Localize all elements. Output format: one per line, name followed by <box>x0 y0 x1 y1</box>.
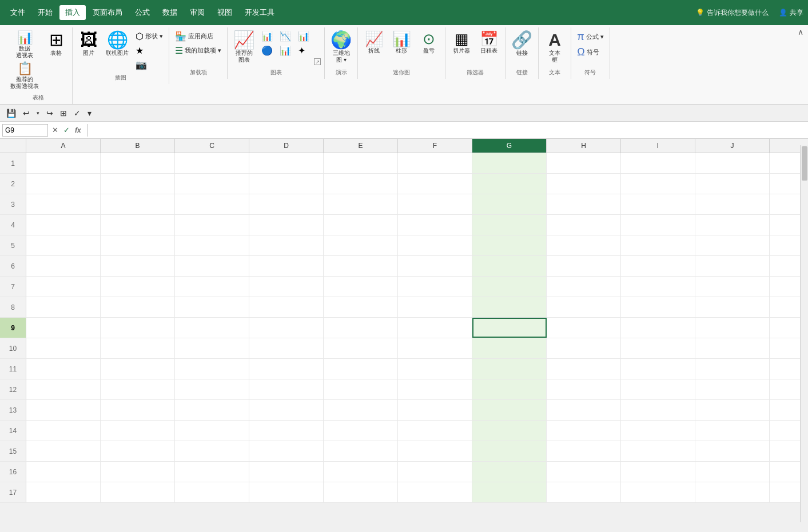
store-button[interactable]: 🏪 应用商店 <box>173 30 224 43</box>
cell-I1[interactable] <box>621 153 695 173</box>
cell-B11[interactable] <box>101 359 175 379</box>
cell-D9[interactable] <box>249 318 324 338</box>
row-header-2[interactable]: 2 <box>0 174 26 194</box>
cell-E17[interactable] <box>324 482 398 502</box>
charts-expand-button[interactable]: ↗ <box>314 58 321 65</box>
cell-D8[interactable] <box>249 297 324 317</box>
cell-I13[interactable] <box>621 400 695 420</box>
cell-C2[interactable] <box>175 174 249 194</box>
cell-E10[interactable] <box>324 338 398 358</box>
scrollbar-thumb[interactable] <box>802 146 807 181</box>
cell-F2[interactable] <box>398 174 472 194</box>
row-header-15[interactable]: 15 <box>0 441 26 461</box>
cell-H13[interactable] <box>547 400 621 420</box>
cell-I7[interactable] <box>621 277 695 297</box>
cell-J9[interactable] <box>695 318 770 338</box>
cell-F16[interactable] <box>398 462 472 482</box>
cell-A2[interactable] <box>26 174 101 194</box>
col-header-d[interactable]: D <box>249 139 324 153</box>
cell-C5[interactable] <box>175 235 249 255</box>
undo-button[interactable]: ↩ <box>21 107 31 119</box>
bar-chart-button[interactable]: 📊 <box>296 30 312 43</box>
cell-A10[interactable] <box>26 338 101 358</box>
cell-C7[interactable] <box>175 277 249 297</box>
cell-B2[interactable] <box>101 174 175 194</box>
cell-H7[interactable] <box>547 277 621 297</box>
cell-C9[interactable] <box>175 318 249 338</box>
cell-D6[interactable] <box>249 256 324 276</box>
formula-input[interactable] <box>93 124 806 137</box>
cell-H14[interactable] <box>547 421 621 441</box>
checkmark-btn[interactable]: ✓ <box>72 107 82 119</box>
undo-dropdown[interactable]: ▾ <box>35 109 41 117</box>
row-header-4[interactable]: 4 <box>0 215 26 235</box>
cell-A9[interactable] <box>26 318 101 338</box>
cell-E5[interactable] <box>324 235 398 255</box>
row-header-14[interactable]: 14 <box>0 421 26 441</box>
cell-I11[interactable] <box>621 359 695 379</box>
cell-G9[interactable] <box>472 318 547 338</box>
cell-C8[interactable] <box>175 297 249 317</box>
row-header-9[interactable]: 9 <box>0 318 26 338</box>
cell-E1[interactable] <box>324 153 398 173</box>
cell-F10[interactable] <box>398 338 472 358</box>
cell-C17[interactable] <box>175 482 249 502</box>
cell-J16[interactable] <box>695 462 770 482</box>
col-header-h[interactable]: H <box>547 139 621 153</box>
cell-E8[interactable] <box>324 297 398 317</box>
cell-F4[interactable] <box>398 215 472 235</box>
cell-D10[interactable] <box>249 338 324 358</box>
cell-J15[interactable] <box>695 441 770 461</box>
cell-B16[interactable] <box>101 462 175 482</box>
cell-G14[interactable] <box>472 421 547 441</box>
slicer-button[interactable]: ▦ 切片器 <box>449 30 474 56</box>
line-sparkline-button[interactable]: 📈 折线 <box>361 30 387 56</box>
cell-G11[interactable] <box>472 359 547 379</box>
cell-D1[interactable] <box>249 153 324 173</box>
cell-G16[interactable] <box>472 462 547 482</box>
cell-H2[interactable] <box>547 174 621 194</box>
cell-F11[interactable] <box>398 359 472 379</box>
cell-H11[interactable] <box>547 359 621 379</box>
cell-A11[interactable] <box>26 359 101 379</box>
cell-E3[interactable] <box>324 194 398 214</box>
share-button[interactable]: 👤 共享 <box>779 8 803 18</box>
cell-F8[interactable] <box>398 297 472 317</box>
cell-F17[interactable] <box>398 482 472 502</box>
redo-button[interactable]: ↪ <box>45 107 55 119</box>
cell-A16[interactable] <box>26 462 101 482</box>
cell-A4[interactable] <box>26 215 101 235</box>
cell-I6[interactable] <box>621 256 695 276</box>
cell-J8[interactable] <box>695 297 770 317</box>
recommended-charts-button[interactable]: 📈 推荐的图表 <box>231 30 257 65</box>
table-button[interactable]: ⊞ 表格 <box>43 30 69 58</box>
menu-data[interactable]: 数据 <box>157 5 183 20</box>
cell-F15[interactable] <box>398 441 472 461</box>
cell-A12[interactable] <box>26 379 101 399</box>
cell-I10[interactable] <box>621 338 695 358</box>
col-header-a[interactable]: A <box>26 139 101 153</box>
cell-D12[interactable] <box>249 379 324 399</box>
line-chart-button[interactable]: 📉 <box>277 30 293 43</box>
row-header-8[interactable]: 8 <box>0 297 26 317</box>
col-header-i[interactable]: I <box>621 139 695 153</box>
cell-J11[interactable] <box>695 359 770 379</box>
cell-G2[interactable] <box>472 174 547 194</box>
cell-G10[interactable] <box>472 338 547 358</box>
cell-J12[interactable] <box>695 379 770 399</box>
cell-B1[interactable] <box>101 153 175 173</box>
confirm-formula-button[interactable]: ✓ <box>62 125 71 135</box>
cell-H1[interactable] <box>547 153 621 173</box>
equation-button[interactable]: π 公式 ▾ <box>575 30 606 44</box>
timeline-button[interactable]: 📅 日程表 <box>476 30 501 56</box>
cell-G4[interactable] <box>472 215 547 235</box>
cell-J5[interactable] <box>695 235 770 255</box>
online-pictures-button[interactable]: 🌐 联机图片 <box>104 30 131 58</box>
cell-A17[interactable] <box>26 482 101 502</box>
cell-G5[interactable] <box>472 235 547 255</box>
cell-H3[interactable] <box>547 194 621 214</box>
3d-map-button[interactable]: 🌍 三维地图 ▾ <box>328 30 354 65</box>
cell-E4[interactable] <box>324 215 398 235</box>
cell-D13[interactable] <box>249 400 324 420</box>
cell-F5[interactable] <box>398 235 472 255</box>
